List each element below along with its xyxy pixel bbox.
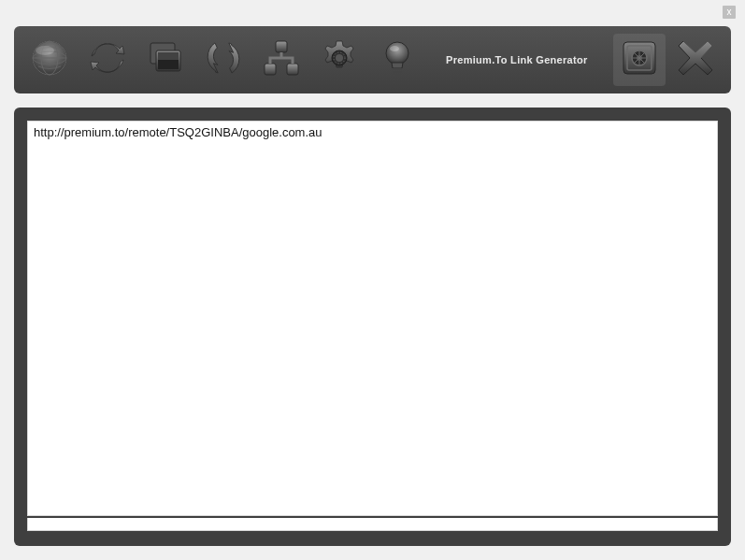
windows-icon xyxy=(145,37,186,82)
svg-rect-19 xyxy=(393,71,402,73)
close-button[interactable] xyxy=(669,34,722,86)
svg-rect-18 xyxy=(393,68,402,70)
svg-point-5 xyxy=(36,46,54,55)
network-icon xyxy=(261,37,302,82)
svg-rect-9 xyxy=(158,52,179,60)
svg-point-16 xyxy=(386,42,408,65)
content-panel xyxy=(14,108,731,546)
svg-rect-12 xyxy=(287,64,298,75)
bulb-icon xyxy=(377,37,418,82)
textarea-wrap xyxy=(27,121,718,516)
status-bar xyxy=(27,518,718,531)
svg-rect-11 xyxy=(265,64,276,75)
safe-button[interactable] xyxy=(613,34,666,86)
globe-button[interactable] xyxy=(23,34,76,86)
globe-icon xyxy=(29,37,70,82)
svg-point-14 xyxy=(336,54,343,62)
toolbar-right-group xyxy=(613,34,722,86)
gear-icon xyxy=(319,37,360,82)
toolbar-title: Premium.To Link Generator xyxy=(446,54,588,65)
windows-button[interactable] xyxy=(139,34,192,86)
window-close-button[interactable]: x xyxy=(723,6,736,19)
svg-rect-20 xyxy=(394,74,400,76)
settings-button[interactable] xyxy=(313,34,365,86)
safe-icon xyxy=(619,37,660,82)
main-toolbar: Premium.To Link Generator xyxy=(14,26,731,93)
refresh-icon xyxy=(203,37,244,82)
close-x-icon xyxy=(675,37,716,82)
refresh-button[interactable] xyxy=(197,34,250,86)
svg-point-17 xyxy=(390,46,399,51)
url-textarea[interactable] xyxy=(27,121,718,516)
sync-button[interactable] xyxy=(81,34,134,86)
network-button[interactable] xyxy=(255,34,308,86)
svg-rect-10 xyxy=(276,41,287,52)
sync-icon xyxy=(87,37,128,82)
bulb-button[interactable] xyxy=(371,34,423,86)
